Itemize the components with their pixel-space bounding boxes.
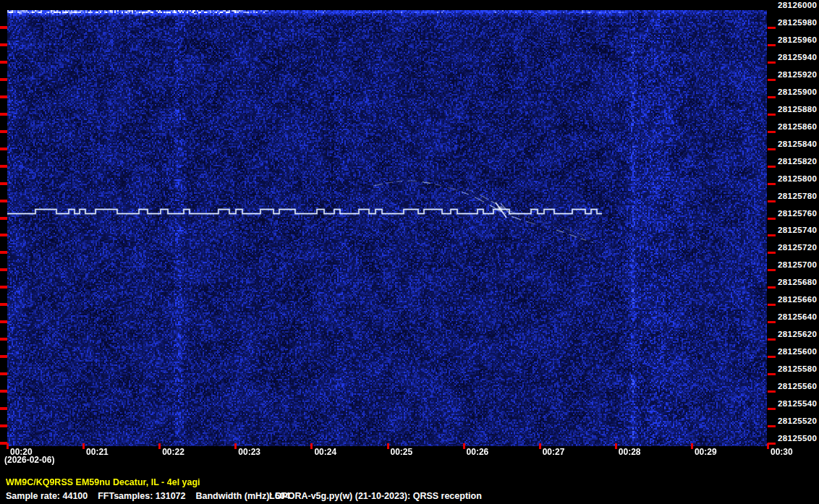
frequency-label: 28125760 xyxy=(778,209,818,218)
time-label: 00:25 xyxy=(391,447,413,457)
frequency-tick-left xyxy=(0,182,7,185)
time-label: 00:29 xyxy=(695,447,717,457)
frequency-label: 28125880 xyxy=(778,105,818,114)
frequency-tick-right xyxy=(768,61,776,64)
frequency-label: 28125980 xyxy=(778,18,818,27)
frequency-tick-right xyxy=(768,148,776,150)
frequency-tick-left xyxy=(0,43,7,46)
frequency-label: 28125800 xyxy=(778,174,818,183)
time-tick xyxy=(158,443,161,449)
frequency-tick-right xyxy=(768,286,776,289)
frequency-tick-right xyxy=(768,200,776,202)
frequency-tick-right xyxy=(768,373,776,375)
frequency-tick-left xyxy=(0,113,7,116)
time-label: 00:22 xyxy=(162,447,184,457)
frequency-tick-left xyxy=(0,234,7,236)
frequency-tick-left xyxy=(0,320,7,323)
frequency-label: 28126000 xyxy=(778,1,818,9)
frequency-label: 28125500 xyxy=(778,434,818,443)
frequency-tick-left xyxy=(0,372,7,375)
frequency-tick-left xyxy=(0,78,7,81)
frequency-label: 28125740 xyxy=(778,226,818,234)
time-tick xyxy=(615,443,617,449)
frequency-tick-right xyxy=(768,390,776,393)
frequency-tick-right xyxy=(768,44,776,46)
frequency-tick-right xyxy=(768,131,776,133)
frequency-tick-left xyxy=(0,165,7,168)
time-tick xyxy=(234,443,237,449)
time-label: 00:24 xyxy=(314,447,336,457)
frequency-tick-left xyxy=(0,200,7,202)
station-info-line: WM9C/KQ9RSS EM59nu Decatur, IL - 4el yag… xyxy=(6,477,200,487)
time-tick xyxy=(7,443,9,449)
frequency-tick-left xyxy=(0,407,7,410)
frequency-tick-left xyxy=(0,286,7,289)
frequency-tick-right xyxy=(768,252,776,254)
frequency-label: 28125900 xyxy=(778,87,818,96)
frequency-tick-left xyxy=(0,148,7,150)
spectrogram-waterfall xyxy=(7,10,767,446)
time-tick xyxy=(82,443,85,449)
frequency-tick-right xyxy=(768,304,776,306)
time-label: 00:27 xyxy=(543,447,565,457)
frequency-label: 28125920 xyxy=(778,70,818,79)
frequency-tick-left xyxy=(0,217,7,220)
frequency-tick-left xyxy=(0,61,7,64)
frequency-tick-right xyxy=(768,234,776,236)
frequency-tick-right xyxy=(768,269,776,271)
frequency-tick-right xyxy=(768,338,776,341)
frequency-tick-left xyxy=(0,390,7,393)
frequency-label: 28125960 xyxy=(778,35,818,44)
frequency-tick-right xyxy=(768,356,776,358)
frequency-tick-left xyxy=(0,355,7,358)
frequency-tick-right xyxy=(768,114,776,116)
frequency-tick-left xyxy=(0,26,7,29)
frequency-label: 28125940 xyxy=(778,53,818,61)
frequency-tick-right xyxy=(768,79,776,81)
frequency-label: 28125520 xyxy=(778,417,818,425)
frequency-label: 28125540 xyxy=(778,399,818,408)
time-label: 00:21 xyxy=(86,447,109,457)
frequency-label: 28125840 xyxy=(778,140,818,148)
frequency-tick-left xyxy=(0,338,7,341)
frequency-label: 28125720 xyxy=(778,243,818,252)
capture-params-line: Sample rate: 44100 FFTsamples: 131072 Ba… xyxy=(0,491,819,503)
frequency-tick-right xyxy=(768,218,776,220)
time-label: 00:26 xyxy=(467,447,489,457)
time-tick xyxy=(767,443,769,449)
time-tick xyxy=(310,443,313,449)
frequency-label: 28125820 xyxy=(778,157,818,166)
frequency-label: 28125600 xyxy=(778,347,818,356)
frequency-tick-right xyxy=(768,425,776,427)
sample-rate-text: Sample rate: 44100 FFTsamples: 131072 Ba… xyxy=(6,491,290,501)
frequency-tick-right xyxy=(768,96,776,98)
frequency-tick-right xyxy=(768,321,776,323)
time-label: 00:30 xyxy=(771,447,793,457)
frequency-tick-right xyxy=(768,408,776,410)
time-tick xyxy=(539,443,541,449)
time-tick xyxy=(463,443,465,449)
frequency-label: 28125860 xyxy=(778,122,818,131)
frequency-label: 28125640 xyxy=(778,312,818,321)
frequency-tick-left xyxy=(0,268,7,271)
time-tick xyxy=(691,443,693,449)
frequency-tick-right xyxy=(768,166,776,168)
frequency-label: 28125680 xyxy=(778,278,818,286)
frequency-tick-left xyxy=(0,130,7,133)
date-label: (2026-02-06) xyxy=(4,455,54,465)
frequency-tick-right xyxy=(768,27,776,29)
time-label: 00:28 xyxy=(619,447,641,457)
time-label: 00:23 xyxy=(238,447,260,457)
frequency-tick-left xyxy=(0,424,7,427)
frequency-label: 28125580 xyxy=(778,364,818,373)
frequency-tick-left xyxy=(0,251,7,254)
frequency-tick-left xyxy=(0,303,7,306)
frequency-label: 28125700 xyxy=(778,260,818,269)
frequency-tick-right xyxy=(768,183,776,185)
frequency-label: 28125660 xyxy=(778,295,818,304)
software-version-text: LOPORA-v5g.py(w) (21-10-2023): QRSS rece… xyxy=(269,491,482,501)
time-tick xyxy=(387,443,389,449)
frequency-label: 28125560 xyxy=(778,382,818,390)
frequency-label: 28125620 xyxy=(778,330,818,338)
qrss-grabber-screen: 2812600028125980281259602812594028125920… xyxy=(0,0,819,504)
